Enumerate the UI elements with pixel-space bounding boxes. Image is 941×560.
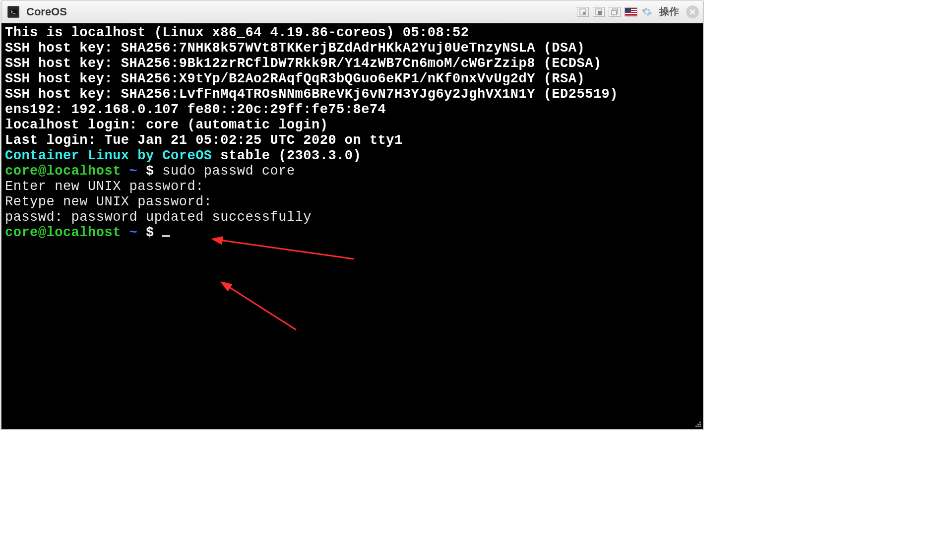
prompt-userhost: core@localhost	[5, 225, 121, 240]
terminal-line: Retype new UNIX password:	[5, 194, 699, 210]
cursor	[162, 235, 170, 237]
prompt-dollar: $	[146, 164, 162, 179]
terminal-line: This is localhost (Linux x86_64 4.19.86-…	[5, 25, 699, 41]
prompt-cwd: ~	[121, 225, 146, 240]
svg-rect-7	[612, 10, 617, 15]
terminal-app-icon	[7, 6, 19, 18]
title-bar-controls: 操作	[577, 0, 699, 23]
terminal-line: SSH host key: SHA256:7NHK8k57WVt8TKKerjB…	[5, 41, 699, 56]
terminal-line: ens192: 192.168.0.107 fe80::20c:29ff:fe7…	[5, 102, 699, 118]
resize-grip[interactable]	[693, 419, 702, 428]
prompt-line: core@localhost ~ $ sudo passwd core	[5, 164, 699, 179]
svg-rect-5	[598, 11, 602, 15]
pip-small-button[interactable]	[577, 7, 589, 17]
close-button[interactable]	[686, 5, 699, 18]
svg-rect-3	[583, 12, 585, 14]
terminal-line: localhost login: core (automatic login)	[5, 118, 699, 133]
terminal-line: Last login: Tue Jan 21 05:02:25 UTC 2020…	[5, 133, 699, 148]
terminal-line: SSH host key: SHA256:X9tYp/B2Ao2RAqfQqR3…	[5, 71, 699, 87]
restore-window-button[interactable]	[609, 7, 621, 17]
gear-icon[interactable]	[641, 6, 652, 17]
action-menu-label[interactable]: 操作	[659, 5, 679, 18]
terminal-output[interactable]: This is localhost (Linux x86_64 4.19.86-…	[2, 23, 702, 429]
prompt-command: sudo passwd core	[162, 164, 295, 179]
terminal-line: SSH host key: SHA256:9Bk12zrRCflDW7Rkk9R…	[5, 56, 699, 71]
window-title: CoreOS	[26, 5, 67, 18]
us-flag-icon[interactable]	[625, 7, 637, 16]
pip-large-button[interactable]	[593, 7, 605, 17]
terminal-line: Enter new UNIX password:	[5, 179, 699, 194]
distro-version: stable (2303.3.0)	[212, 148, 362, 163]
terminal-line: passwd: password updated successfully	[5, 210, 699, 225]
terminal-line: Container Linux by CoreOS stable (2303.3…	[5, 148, 699, 164]
title-bar: CoreOS 操作	[1, 0, 703, 23]
prompt-line: core@localhost ~ $	[5, 225, 699, 241]
prompt-cwd: ~	[121, 164, 146, 179]
distro-name: Container Linux by CoreOS	[5, 148, 212, 163]
vm-console-window: CoreOS 操作 This	[1, 0, 703, 430]
prompt-userhost: core@localhost	[5, 164, 121, 179]
prompt-dollar: $	[146, 225, 162, 240]
terminal-line: SSH host key: SHA256:LvfFnMq4TROsNNm6BRe…	[5, 87, 699, 102]
